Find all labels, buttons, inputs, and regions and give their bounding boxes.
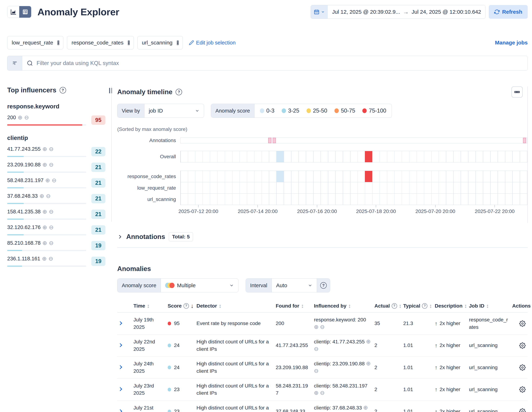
help-icon[interactable]: ? xyxy=(183,303,189,309)
date-range-picker[interactable]: Jul 12, 2025 @ 20:39:02.9... → Jul 24, 2… xyxy=(311,5,485,19)
annotation-marker[interactable] xyxy=(523,138,526,143)
filter-minus-icon[interactable]: ⊖ xyxy=(49,162,54,168)
filter-plus-icon[interactable]: ⊕ xyxy=(366,360,371,367)
date-end[interactable]: Jul 24, 2025 @ 12:00:10.642 xyxy=(412,9,481,15)
influencer-value[interactable]: 236.1.118.161 xyxy=(7,256,40,262)
influencer-value[interactable]: 41.77.243.255 xyxy=(7,146,40,152)
column-header[interactable]: Actual ? xyxy=(373,300,401,313)
filter-minus-icon[interactable]: ⊖ xyxy=(314,368,319,374)
filter-plus-icon[interactable]: ⊕ xyxy=(42,209,47,215)
annotations-title[interactable]: Annotations xyxy=(126,233,165,241)
filter-minus-icon[interactable]: ⊖ xyxy=(48,256,53,262)
annotations-lane[interactable] xyxy=(180,138,527,143)
column-header[interactable]: Found for ? xyxy=(274,300,312,313)
filter-plus-icon[interactable]: ⊕ xyxy=(314,390,319,396)
anomaly-cell[interactable] xyxy=(276,151,284,162)
column-header[interactable]: Description ? xyxy=(433,300,467,313)
interval-select[interactable]: Auto xyxy=(272,279,317,292)
column-header[interactable]: Time ? xyxy=(132,300,166,313)
filter-plus-icon[interactable]: ⊕ xyxy=(42,225,47,230)
filter-minus-icon[interactable]: ⊖ xyxy=(24,115,29,120)
influencer-value[interactable]: 37.68.248.33 xyxy=(7,193,38,199)
filter-minus-icon[interactable]: ⊖ xyxy=(49,209,54,215)
annotation-marker[interactable] xyxy=(268,138,271,143)
sort-icon[interactable] xyxy=(191,303,194,309)
column-header[interactable]: Job ID ? xyxy=(467,300,510,313)
view-by-select[interactable]: job ID xyxy=(144,104,204,118)
filter-plus-icon[interactable]: ⊕ xyxy=(42,240,47,246)
help-icon[interactable]: ? xyxy=(320,282,327,289)
score-threshold-select[interactable]: Multiple xyxy=(161,279,238,292)
filter-minus-icon[interactable]: ⊖ xyxy=(49,225,54,230)
row-actions-button[interactable] xyxy=(519,320,526,327)
influencer-value[interactable]: 32.120.62.176 xyxy=(7,224,40,230)
influencer-value[interactable]: 200 xyxy=(7,114,16,121)
row-actions-button[interactable] xyxy=(519,364,526,371)
column-header[interactable]: Typical ? xyxy=(401,300,433,313)
anomaly-cell[interactable] xyxy=(365,151,372,162)
overall-lane[interactable] xyxy=(180,151,527,162)
filter-plus-icon[interactable]: ⊕ xyxy=(314,324,319,330)
filter-minus-icon[interactable]: ⊖ xyxy=(49,240,54,246)
row-actions-button[interactable] xyxy=(519,342,526,349)
filter-options-button[interactable] xyxy=(7,56,22,70)
sort-icon[interactable] xyxy=(429,303,432,309)
timeline-options-button[interactable] xyxy=(512,86,523,98)
filter-plus-icon[interactable]: ⊕ xyxy=(45,178,50,183)
filter-minus-icon[interactable]: ⊖ xyxy=(320,390,325,396)
expand-row-icon[interactable]: › xyxy=(119,383,123,394)
filter-minus-icon[interactable]: ⊖ xyxy=(314,346,319,352)
filter-plus-icon[interactable]: ⊕ xyxy=(366,338,371,345)
url-scanning-lane[interactable] xyxy=(180,193,527,205)
expand-row-icon[interactable]: › xyxy=(119,405,123,412)
column-header[interactable]: Score ? xyxy=(166,300,195,313)
expand-row-icon[interactable]: › xyxy=(119,317,123,328)
date-start[interactable]: Jul 12, 2025 @ 20:39:02.9... xyxy=(332,9,400,15)
influencer-value[interactable]: 58.248.231.197 xyxy=(7,177,44,183)
table-view-button[interactable] xyxy=(19,6,31,18)
column-header[interactable]: Actions ? xyxy=(510,300,528,313)
row-actions-button[interactable] xyxy=(519,408,526,412)
sort-icon[interactable] xyxy=(464,303,467,309)
chart-view-button[interactable] xyxy=(7,6,19,18)
help-icon[interactable]: ? xyxy=(176,89,182,95)
filter-plus-icon[interactable]: ⊕ xyxy=(42,256,47,262)
kql-search-input[interactable] xyxy=(37,60,523,66)
influencer-value[interactable]: 158.41.235.38 xyxy=(7,209,40,215)
anomaly-cell[interactable] xyxy=(276,171,284,182)
refresh-button[interactable]: Refresh xyxy=(489,5,528,19)
anomaly-cell[interactable] xyxy=(365,171,372,182)
date-range-values[interactable]: Jul 12, 2025 @ 20:39:02.9... → Jul 24, 2… xyxy=(328,5,485,19)
row-actions-button[interactable] xyxy=(519,386,526,393)
column-header[interactable]: Influenced by ? xyxy=(312,300,373,313)
sort-icon[interactable] xyxy=(147,303,150,309)
kebab-menu-icon[interactable] xyxy=(175,40,180,45)
filter-plus-icon[interactable]: ⊕ xyxy=(363,404,368,411)
help-icon[interactable]: ? xyxy=(60,87,66,94)
kebab-menu-icon[interactable] xyxy=(56,40,61,45)
expand-row-icon[interactable]: › xyxy=(119,339,123,350)
filter-plus-icon[interactable]: ⊕ xyxy=(18,115,22,120)
job-badge[interactable]: url_scanning xyxy=(137,36,183,49)
filter-minus-icon[interactable]: ⊖ xyxy=(49,146,54,152)
kebab-menu-icon[interactable] xyxy=(126,40,131,45)
filter-minus-icon[interactable]: ⊖ xyxy=(320,324,325,330)
column-header[interactable]: Detector ? xyxy=(195,300,274,313)
filter-plus-icon[interactable]: ⊕ xyxy=(39,193,44,199)
chevron-right-icon[interactable] xyxy=(117,234,123,240)
help-icon[interactable]: ? xyxy=(422,303,427,309)
response-code-rates-lane[interactable] xyxy=(180,171,527,182)
influencer-value[interactable]: 23.209.190.88 xyxy=(7,162,40,168)
job-badge[interactable]: response_code_rates xyxy=(67,36,134,49)
panel-resize-divider[interactable] xyxy=(105,86,117,412)
filter-plus-icon[interactable]: ⊕ xyxy=(42,146,47,152)
sort-icon[interactable] xyxy=(399,303,402,309)
filter-plus-icon[interactable]: ⊕ xyxy=(42,162,47,168)
expand-row-icon[interactable]: › xyxy=(119,361,123,372)
manage-jobs-link[interactable]: Manage jobs xyxy=(495,40,528,46)
edit-job-selection-link[interactable]: Edit job selection xyxy=(189,40,236,46)
filter-minus-icon[interactable]: ⊖ xyxy=(52,178,57,183)
sort-icon[interactable] xyxy=(219,303,221,309)
date-picker-quick-select[interactable] xyxy=(311,5,328,19)
influencer-value[interactable]: 85.210.168.78 xyxy=(7,240,40,246)
